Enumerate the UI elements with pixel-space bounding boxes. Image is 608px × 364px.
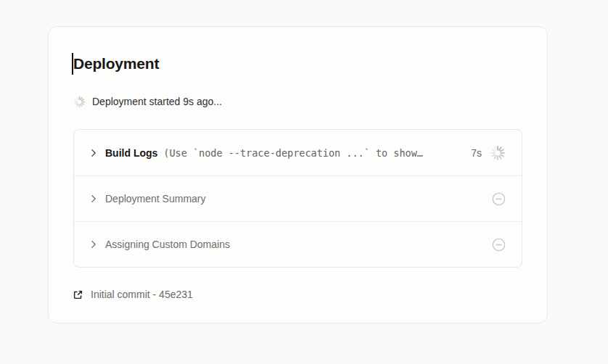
chevron-right-icon [89,239,99,249]
minus-circle-icon [492,192,506,206]
page-title-row: Deployment [73,53,522,75]
external-link-icon [73,290,83,299]
commit-link[interactable]: Initial commit - 45e231 [73,289,193,300]
page-title: Deployment [73,53,159,75]
accordion-row-custom-domains[interactable]: Assigning Custom Domains [74,221,522,267]
deployment-status-line: Deployment started 9s ago... [73,95,522,108]
deployment-steps: Build Logs (Use `node --trace-deprecatio… [73,129,522,268]
accordion-row-deployment-summary[interactable]: Deployment Summary [74,175,522,221]
section-label: Assigning Custom Domains [105,239,230,250]
spinner-icon [73,96,86,108]
section-label: Build Logs [105,147,157,159]
section-label: Deployment Summary [105,193,206,204]
duration-label: 7s [471,147,482,159]
chevron-right-icon [89,148,99,158]
accordion-row-build-logs[interactable]: Build Logs (Use `node --trace-deprecatio… [74,130,522,175]
status-text: Deployment started 9s ago... [92,96,222,107]
section-status: 7s [462,145,506,161]
chevron-right-icon [89,194,99,204]
section-status [483,238,506,252]
deployment-card: Deployment Depl [48,26,548,323]
commit-text: Initial commit - 45e231 [91,289,193,300]
minus-circle-icon [492,238,506,252]
text-cursor [72,53,73,75]
section-status [483,192,506,206]
spinner-icon [490,145,506,161]
section-detail: (Use `node --trace-deprecation ...` to s… [163,147,423,159]
